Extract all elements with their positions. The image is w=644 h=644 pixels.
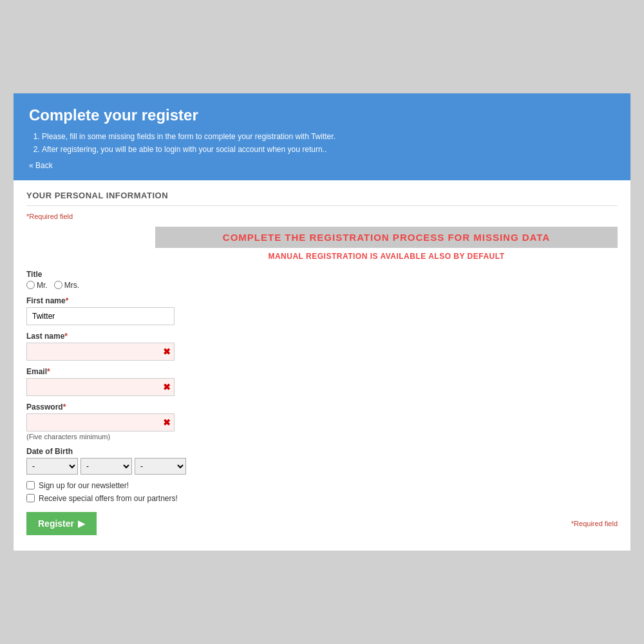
first-name-field-group: First name* xyxy=(26,296,618,325)
newsletter-checkbox[interactable] xyxy=(26,481,35,489)
mrs-radio-label[interactable]: Mrs. xyxy=(54,281,79,290)
email-wrapper: ✖ xyxy=(26,378,175,396)
mrs-radio[interactable] xyxy=(54,281,62,289)
back-link[interactable]: « Back xyxy=(29,161,53,170)
first-name-label: First name* xyxy=(26,296,618,305)
last-name-label: Last name* xyxy=(26,332,618,341)
section-title: YOUR PERSONAL INFORMATION xyxy=(26,191,618,206)
offers-checkbox[interactable] xyxy=(26,494,35,502)
dob-label: Date of Birth xyxy=(26,447,618,456)
password-wrapper: ✖ xyxy=(26,413,175,431)
title-field-group: Title Mr. Mrs. xyxy=(26,270,618,290)
newsletter-row: Sign up for our newsletter! xyxy=(26,481,618,490)
mr-label: Mr. xyxy=(37,281,48,290)
required-note-top: *Required field xyxy=(26,213,618,220)
instruction-list: Please, fill in some missing fields in t… xyxy=(42,131,615,155)
dob-field-group: Date of Birth - - - xyxy=(26,447,618,475)
dob-month-select[interactable]: - xyxy=(80,458,132,475)
password-hint: (Five characters minimum) xyxy=(26,433,618,440)
page-title: Complete your register xyxy=(29,106,615,124)
form-section: YOUR PERSONAL INFORMATION *Required fiel… xyxy=(14,180,630,551)
manual-banner: MANUAL REGISTRATION IS AVAILABLE ALSO BY… xyxy=(155,252,618,261)
email-input[interactable] xyxy=(26,378,175,396)
mr-radio[interactable] xyxy=(26,281,35,289)
password-field-group: Password* ✖ (Five characters minimum) xyxy=(26,402,618,440)
dob-day-select[interactable]: - xyxy=(26,458,78,475)
email-field-group: Email* ✖ xyxy=(26,367,618,396)
dob-year-select[interactable]: - xyxy=(135,458,186,475)
email-error-icon: ✖ xyxy=(163,382,171,392)
page-wrapper: Complete your register Please, fill in s… xyxy=(13,93,631,551)
last-name-error-icon: ✖ xyxy=(163,346,171,357)
blue-header: Complete your register Please, fill in s… xyxy=(14,93,630,180)
email-label: Email* xyxy=(26,367,618,376)
mr-radio-label[interactable]: Mr. xyxy=(26,281,48,290)
password-label: Password* xyxy=(26,402,618,412)
register-arrow-icon: ▶ xyxy=(78,518,85,529)
dob-row: - - - xyxy=(26,458,618,475)
instruction-2: After registering, you will be able to l… xyxy=(42,144,615,156)
register-row: Register ▶ *Required field xyxy=(26,512,618,535)
complete-banner: COMPLETE THE REGISTRATION PROCESS FOR MI… xyxy=(155,227,618,248)
title-radio-row: Mr. Mrs. xyxy=(26,281,618,290)
offers-row: Receive special offers from our partners… xyxy=(26,494,618,503)
mrs-label: Mrs. xyxy=(64,281,79,290)
last-name-input[interactable] xyxy=(26,343,175,361)
required-note-right: *Required field xyxy=(571,520,618,527)
password-input[interactable] xyxy=(26,413,175,431)
title-label: Title xyxy=(26,270,618,279)
password-error-icon: ✖ xyxy=(163,417,171,428)
register-button[interactable]: Register ▶ xyxy=(26,512,97,535)
instruction-1: Please, fill in some missing fields in t… xyxy=(42,131,615,143)
last-name-wrapper: ✖ xyxy=(26,343,175,361)
offers-label: Receive special offers from our partners… xyxy=(39,494,178,503)
newsletter-label: Sign up for our newsletter! xyxy=(39,481,129,490)
first-name-input[interactable] xyxy=(26,307,175,325)
last-name-field-group: Last name* ✖ xyxy=(26,332,618,361)
